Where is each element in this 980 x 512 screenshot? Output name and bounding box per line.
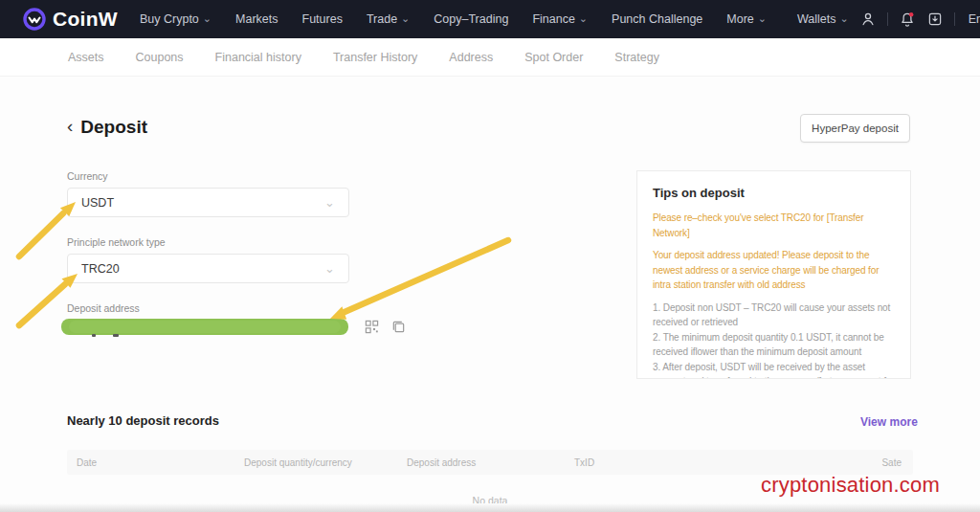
currency-select[interactable]: USDT ⌄ xyxy=(67,188,349,217)
notifications-bell-icon[interactable] xyxy=(899,11,916,28)
qr-code-icon[interactable] xyxy=(365,320,379,334)
nav-item-futures[interactable]: Futures xyxy=(302,12,343,26)
chevron-down-icon: ⌄ xyxy=(203,13,212,24)
currency-value: USDT xyxy=(81,196,324,210)
arrow-to-address-head xyxy=(330,306,346,320)
back-chevron-icon[interactable]: ‹ xyxy=(67,116,73,137)
chevron-down-icon: ⌄ xyxy=(758,13,767,24)
nav-item-buy-crypto[interactable]: Buy Crypto⌄ xyxy=(140,12,212,26)
tips-warning-address-updated: Your deposit address updated! Please dep… xyxy=(653,248,895,293)
nav-item-copy-trading[interactable]: Copy–Trading xyxy=(434,12,508,26)
column-txid: TxID xyxy=(574,457,844,468)
column-sate: Sate xyxy=(844,457,902,468)
top-navigation: CoinW Buy Crypto⌄ Markets Futures Trade⌄… xyxy=(0,0,980,38)
column-deposit-address: Deposit address xyxy=(407,457,574,468)
chevron-down-icon: ⌄ xyxy=(579,13,588,24)
user-profile-icon[interactable] xyxy=(859,11,877,28)
column-date: Date xyxy=(77,457,244,468)
chevron-down-icon: ⌄ xyxy=(840,13,849,24)
tips-note-2: 2. The minimum deposit quantity 0.1 USDT… xyxy=(653,330,895,360)
subnav-item-strategy[interactable]: Strategy xyxy=(614,51,659,64)
subnav-item-address[interactable]: Address xyxy=(449,51,493,64)
records-table-header: Date Deposit quantity/currency Deposit a… xyxy=(67,450,913,475)
assets-sub-navigation: Assets Coupons Financial history Transfe… xyxy=(0,38,980,77)
arrow-to-address xyxy=(345,240,508,312)
nav-item-finance[interactable]: Finance⌄ xyxy=(532,12,588,26)
deposit-records-title: Nearly 10 deposit records xyxy=(67,413,219,428)
divider xyxy=(954,12,955,26)
nav-item-punch-challenge[interactable]: Punch Challenge xyxy=(612,12,702,26)
network-type-select[interactable]: TRC20 ⌄ xyxy=(67,254,349,283)
chevron-down-icon: ⌄ xyxy=(324,261,335,276)
subnav-item-transfer-history[interactable]: Transfer History xyxy=(333,51,417,64)
tips-note-3: 3. After deposit, USDT will be received … xyxy=(653,360,895,380)
tips-note-1: 1. Deposit non USDT – TRC20 will cause y… xyxy=(653,301,895,330)
wallets-menu[interactable]: Wallets⌄ xyxy=(797,12,849,26)
chevron-down-icon: ⌄ xyxy=(324,195,335,210)
deposit-address-redacted-highlight xyxy=(61,319,348,335)
tips-on-deposit-panel: Tips on deposit Please re–check you've s… xyxy=(636,170,911,379)
nav-item-more[interactable]: More⌄ xyxy=(726,12,767,26)
page-title: Deposit xyxy=(80,117,147,138)
deposit-address-label: Deposit address xyxy=(67,302,140,314)
network-type-label: Principle network type xyxy=(67,236,166,248)
network-type-value: TRC20 xyxy=(81,262,324,276)
subnav-item-financial-history[interactable]: Financial history xyxy=(215,51,301,64)
hyperpay-deposit-button[interactable]: HyperPay deposit xyxy=(800,114,910,143)
subnav-item-coupons[interactable]: Coupons xyxy=(136,51,184,64)
bottom-shadow xyxy=(0,503,980,512)
subnav-item-assets[interactable]: Assets xyxy=(68,51,104,64)
copy-address-icon[interactable] xyxy=(391,320,406,334)
divider xyxy=(887,12,888,26)
watermark: cryptonisation.com xyxy=(761,473,980,498)
address-text-fragment xyxy=(113,334,119,337)
coinw-logo[interactable]: CoinW xyxy=(23,8,118,31)
coinw-deposit-page: CoinW Buy Crypto⌄ Markets Futures Trade⌄… xyxy=(0,0,980,512)
topnav-menu: Buy Crypto⌄ Markets Futures Trade⌄ Copy–… xyxy=(140,12,767,26)
coinw-logo-icon xyxy=(23,8,46,31)
arrow-to-currency xyxy=(19,213,63,256)
nav-item-markets[interactable]: Markets xyxy=(235,12,278,26)
nav-item-trade[interactable]: Trade⌄ xyxy=(367,12,410,26)
chevron-down-icon: ⌄ xyxy=(401,13,410,24)
brand-name: CoinW xyxy=(53,8,118,31)
subnav-item-spot-order[interactable]: Spot Order xyxy=(524,51,583,64)
arrow-to-network xyxy=(19,284,65,325)
column-deposit-quantity: Deposit quantity/currency xyxy=(244,457,407,468)
currency-label: Currency xyxy=(67,170,108,182)
tips-title: Tips on deposit xyxy=(653,186,895,200)
address-text-fragment xyxy=(92,334,96,337)
topnav-right-cluster: Wallets⌄ En xyxy=(797,0,980,38)
tips-warning-network: Please re–check you've select TRC20 for … xyxy=(653,211,895,240)
view-more-link[interactable]: View more xyxy=(860,415,918,429)
language-selector[interactable]: En xyxy=(969,12,980,26)
app-download-icon[interactable] xyxy=(926,11,944,28)
